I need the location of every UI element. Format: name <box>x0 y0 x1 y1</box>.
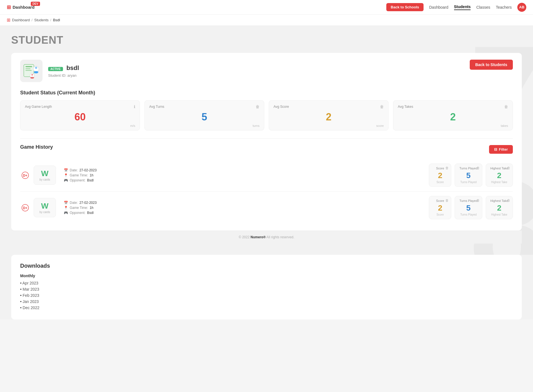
stat-unit-0: m/s <box>25 124 135 127</box>
game-history-header: Game History ⊟ Filter <box>20 144 513 155</box>
stat-avg-score: Avg Score 🗑 2 score <box>269 100 389 130</box>
turns-card-1: 🗑 Turns Played 5 Turns Played <box>455 196 482 219</box>
avatar: AB <box>517 3 526 12</box>
student-info: ACTIVE bsdl Student ID: aryan <box>20 60 79 82</box>
game-time-row-0: 📍 Game Time: 1h <box>64 173 426 177</box>
breadcrumb-sep1: / <box>32 18 33 22</box>
stats-row: Avg Game Length ℹ 60 m/s Avg Turns 🗑 5 t… <box>20 100 513 130</box>
by-cards-0: by cards <box>39 178 50 181</box>
game-list: D+ W by cards 📅 Date: 27-02-2023 <box>20 159 513 224</box>
game-time-row-1: 📍 Game Time: 1h <box>64 206 426 210</box>
opponent-icon-0: 🎮 <box>64 178 68 182</box>
turns-sublabel-0: Turns Played <box>459 181 477 184</box>
student-header: ACTIVE bsdl Student ID: aryan Back to St… <box>20 60 513 82</box>
stat-avg-takes: Avg Takes 🗑 2 takes <box>393 100 513 130</box>
stat-label-0: Avg Game Length <box>25 105 52 109</box>
stat-label-row-0: Avg Game Length ℹ <box>25 104 135 109</box>
stat-label-row-3: Avg Takes 🗑 <box>398 104 508 109</box>
footer: © 2022 Numero® All rights reserved. <box>11 230 522 244</box>
download-item-2[interactable]: Feb 2023 <box>20 293 513 298</box>
filter-button[interactable]: ⊟ Filter <box>489 145 513 154</box>
turns-label-0: Turns Played <box>459 167 477 170</box>
game-row-0: D+ W by cards 📅 Date: 27-02-2023 <box>20 159 513 191</box>
time-label-1: Game Time: <box>70 206 88 210</box>
take-value-0: 2 <box>490 171 508 180</box>
download-item-0[interactable]: Apr 2023 <box>20 281 513 285</box>
breadcrumb-current: Bsdl <box>53 18 60 22</box>
score-card-1: 🗑 Score 2 Score <box>429 196 451 219</box>
svg-rect-3 <box>25 70 32 71</box>
downloads-list: Apr 2023 Mar 2023 Feb 2023 Jan 2023 Dec … <box>20 281 513 310</box>
back-to-schools-button[interactable]: Back to Schools <box>386 3 424 11</box>
date-value-1: 27-02-2023 <box>80 201 97 205</box>
nav-link-students[interactable]: Students <box>454 4 471 10</box>
downloads-title: Downloads <box>20 263 513 269</box>
download-item-4[interactable]: Dec 2022 <box>20 305 513 310</box>
game-date-row-0: 📅 Date: 27-02-2023 <box>64 168 426 172</box>
stat-value-0: 60 <box>25 111 135 123</box>
back-to-students-button[interactable]: Back to Students <box>470 60 513 70</box>
student-name-row: ACTIVE bsdl <box>48 64 79 72</box>
stat-label-row-2: Avg Score 🗑 <box>273 104 384 109</box>
score-sublabel-0: Score <box>434 181 446 184</box>
calendar-icon-0: 📅 <box>64 168 68 172</box>
stat-unit-1: turns <box>149 124 260 127</box>
student-meta: ACTIVE bsdl Student ID: aryan <box>48 64 79 78</box>
student-card: ACTIVE bsdl Student ID: aryan Back to St… <box>11 53 522 230</box>
win-letter-1: W <box>41 202 48 211</box>
stat-label-2: Avg Score <box>273 105 289 109</box>
footer-brand: Numero® <box>251 235 266 239</box>
stat-value-2: 2 <box>273 111 384 123</box>
svg-rect-1 <box>25 66 32 67</box>
footer-rights: All rights reserved. <box>266 235 294 239</box>
date-label-0: Date: <box>70 168 78 172</box>
page-content: 78062 STUDENT <box>0 26 533 255</box>
game-stats-1: 🗑 Score 2 Score 🗑 Turns Played 5 Turns P… <box>429 196 513 219</box>
student-avatar <box>20 60 43 82</box>
student-name: bsdl <box>66 64 79 71</box>
nav-link-dashboard[interactable]: Dashboard <box>429 5 448 10</box>
take-label-0: Highest Take <box>490 167 508 170</box>
game-result-block-0: W by cards <box>34 165 56 185</box>
filter-label: Filter <box>499 147 508 151</box>
downloads-card: Downloads Monthly Apr 2023 Mar 2023 Feb … <box>11 255 522 319</box>
game-details-0: 📅 Date: 27-02-2023 📍 Game Time: 1h 🎮 Opp… <box>60 166 429 185</box>
time-label-0: Game Time: <box>70 173 88 177</box>
divider <box>20 138 513 139</box>
game-row-1: D+ W by cards 📅 Date: 27-02-2023 <box>20 191 513 224</box>
nav-link-classes[interactable]: Classes <box>476 5 490 10</box>
highest-take-card-1: 🗑 Highest Take 2 Highest Take <box>486 196 513 219</box>
time-value-1: 1h <box>90 206 93 210</box>
clock-icon-0: 📍 <box>64 173 68 177</box>
info-icon-2: 🗑 <box>380 104 384 109</box>
nav-logo: ⊞ Dashboard <box>7 4 34 10</box>
download-item-3[interactable]: Jan 2023 <box>20 299 513 304</box>
take-sublabel-1: Highest Take <box>490 213 508 216</box>
grid-icon: ⊞ <box>7 4 11 10</box>
breadcrumb-dashboard[interactable]: Dashboard <box>12 18 30 22</box>
score-icon-0: 🗑 <box>445 166 449 170</box>
take-value-1: 2 <box>490 204 508 213</box>
opponent-label-0: Opponent: <box>70 178 85 182</box>
stat-value-3: 2 <box>398 111 508 123</box>
score-value-1: 2 <box>434 204 446 213</box>
game-result-block-1: W by cards <box>34 198 56 217</box>
breadcrumb-students[interactable]: Students <box>34 18 48 22</box>
date-value-0: 27-02-2023 <box>80 168 97 172</box>
game-icon-1: D+ <box>20 203 30 213</box>
footer-copyright: © 2022 <box>239 235 250 239</box>
download-item-1[interactable]: Mar 2023 <box>20 287 513 291</box>
student-illustration <box>22 61 41 81</box>
student-id-label: Student ID: <box>48 73 66 78</box>
score-card-0: 🗑 Score 2 Score <box>429 164 451 187</box>
turns-value-1: 5 <box>459 204 477 213</box>
active-badge: ACTIVE <box>48 67 63 71</box>
score-label-0: Score <box>434 167 446 170</box>
stat-avg-turns: Avg Turns 🗑 5 turns <box>144 100 264 130</box>
turns-label-1: Turns Played <box>459 199 477 202</box>
page-title: STUDENT <box>11 34 522 46</box>
take-sublabel-0: Highest Take <box>490 181 508 184</box>
svg-text:D+: D+ <box>23 206 27 210</box>
time-value-0: 1h <box>90 173 93 177</box>
nav-link-teachers[interactable]: Teachers <box>496 5 512 10</box>
